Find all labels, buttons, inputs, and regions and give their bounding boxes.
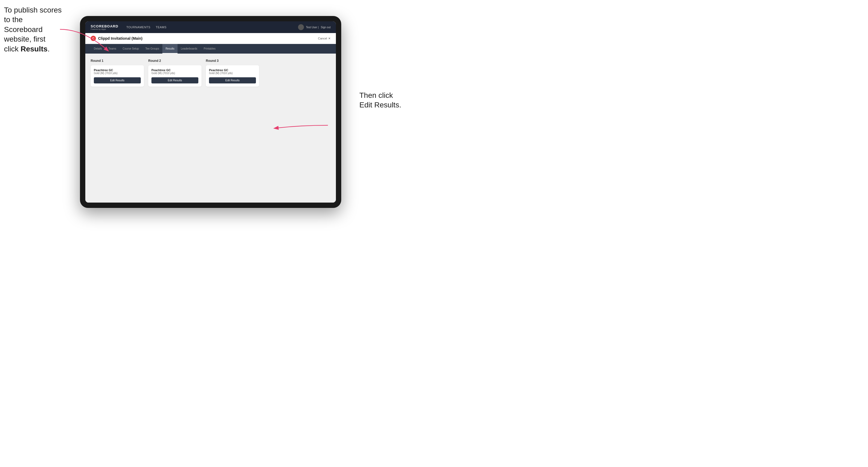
nav-teams[interactable]: TEAMS — [156, 25, 166, 30]
nav-links: TOURNAMENTS TEAMS — [126, 25, 298, 30]
round-2-course: Peachtree GC — [151, 68, 198, 72]
tournament-header: C Clippd Invitational (Main) Cancel ✕ — [85, 33, 336, 44]
edit-results-round1-button[interactable]: Edit Results — [94, 77, 141, 84]
tablet-screen: SCOREBOARD Powered by clippd TOURNAMENTS… — [85, 21, 336, 203]
logo-sub: Powered by clippd — [91, 28, 118, 30]
instruction-line1: To publish scores — [4, 6, 62, 14]
round-1-column: Round 1 Peachtree GC Gold (M) (7010 yds)… — [91, 59, 144, 197]
tablet-device: SCOREBOARD Powered by clippd TOURNAMENTS… — [80, 16, 341, 208]
tournament-title: Clippd Invitational (Main) — [98, 36, 142, 40]
main-content: Round 1 Peachtree GC Gold (M) (7010 yds)… — [85, 54, 336, 203]
round-1-title: Round 1 — [91, 59, 144, 63]
nav-user-area: Test User | Sign out — [298, 24, 331, 30]
nav-tournaments[interactable]: TOURNAMENTS — [126, 25, 150, 30]
round-1-card: Peachtree GC Gold (M) (7010 yds) Edit Re… — [91, 65, 144, 87]
tab-printables[interactable]: Printables — [200, 44, 219, 54]
cancel-label: Cancel — [318, 37, 327, 40]
instruction-right: Then click Edit Results. — [359, 91, 418, 110]
tab-tee-groups[interactable]: Tee Groups — [142, 44, 162, 54]
instruction-line4-bold: Results — [21, 45, 48, 53]
tab-leaderboards[interactable]: Leaderboards — [178, 44, 200, 54]
instruction-line3: website, first — [4, 35, 45, 43]
round-1-course: Peachtree GC — [94, 68, 141, 72]
close-icon: ✕ — [328, 37, 331, 40]
round-3-details: Gold (M) (7010 yds) — [209, 72, 256, 75]
round-3-column: Round 3 Peachtree GC Gold (M) (7010 yds)… — [206, 59, 259, 197]
round-3-title: Round 3 — [206, 59, 259, 63]
logo-area: SCOREBOARD Powered by clippd — [91, 24, 118, 30]
avatar — [298, 24, 304, 30]
cancel-button[interactable]: Cancel ✕ — [318, 37, 331, 40]
instruction-right-line2-suffix: . — [399, 101, 401, 109]
instruction-right-line1: Then click — [359, 91, 393, 99]
round-3-course: Peachtree GC — [209, 68, 256, 72]
tab-course-setup[interactable]: Course Setup — [119, 44, 142, 54]
round-3-card: Peachtree GC Gold (M) (7010 yds) Edit Re… — [206, 65, 259, 87]
round-2-card: Peachtree GC Gold (M) (7010 yds) Edit Re… — [148, 65, 202, 87]
instruction-right-line2-bold: Edit Results — [359, 101, 399, 109]
sub-navigation: Details Teams Course Setup Tee Groups Re… — [85, 44, 336, 54]
top-navigation: SCOREBOARD Powered by clippd TOURNAMENTS… — [85, 21, 336, 33]
tab-details[interactable]: Details — [91, 44, 105, 54]
instruction-line4-prefix: click — [4, 45, 21, 53]
instruction-left: To publish scores to the Scoreboard webs… — [4, 5, 63, 54]
round-1-details: Gold (M) (7010 yds) — [94, 72, 141, 75]
instruction-line4-suffix: . — [48, 45, 50, 53]
tab-results[interactable]: Results — [162, 44, 178, 54]
round-2-details: Gold (M) (7010 yds) — [151, 72, 198, 75]
sign-out-link[interactable]: Sign out — [321, 26, 331, 29]
instruction-line2: to the Scoreboard — [4, 15, 43, 33]
round-2-column: Round 2 Peachtree GC Gold (M) (7010 yds)… — [148, 59, 202, 197]
logo-text: SCOREBOARD — [91, 24, 118, 28]
round-2-title: Round 2 — [148, 59, 202, 63]
tournament-title-area: C Clippd Invitational (Main) — [91, 36, 142, 41]
clippd-logo: C — [91, 36, 96, 41]
tab-teams[interactable]: Teams — [105, 44, 119, 54]
edit-results-round3-button[interactable]: Edit Results — [209, 77, 256, 84]
edit-results-round2-button[interactable]: Edit Results — [151, 77, 198, 84]
user-name: Test User | — [306, 26, 319, 29]
